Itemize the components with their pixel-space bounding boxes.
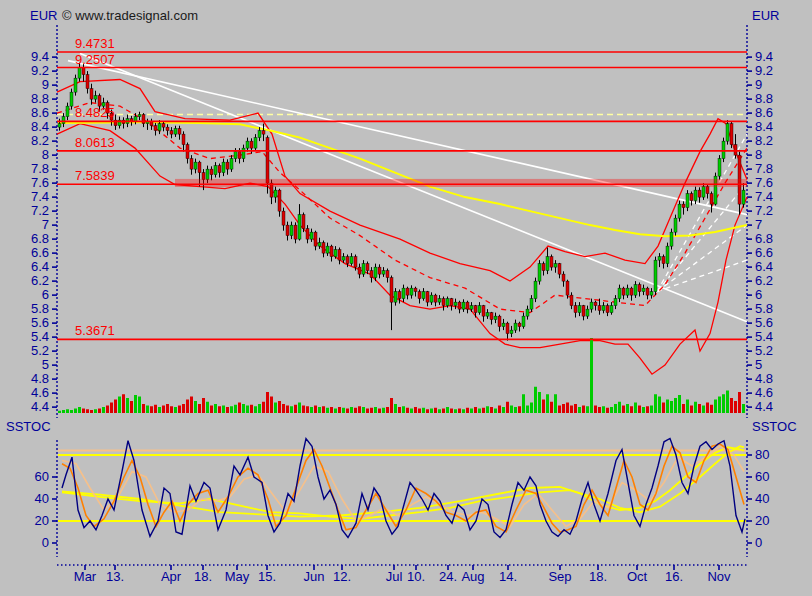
volume-bar: [602, 406, 605, 413]
candle-body: [734, 145, 737, 156]
candle-body: [298, 215, 301, 240]
volume-bar: [522, 394, 525, 413]
candle-body: [650, 292, 653, 296]
x-axis-date-label: 18.: [589, 569, 607, 584]
volume-bar: [158, 407, 161, 413]
price-axis-label-right: 4.4: [755, 399, 773, 414]
volume-bar: [654, 394, 657, 413]
volume-bar: [630, 406, 633, 413]
price-axis-label-right: 6.8: [755, 231, 773, 246]
price-axis-label-left: 6.8: [31, 231, 49, 246]
volume-bar: [214, 404, 217, 413]
candle-body: [338, 250, 341, 261]
candle-body: [362, 264, 365, 275]
candle-body: [470, 306, 473, 310]
level-label: 9.2507: [75, 52, 115, 67]
volume-bar: [186, 400, 189, 414]
volume-bar: [470, 409, 473, 414]
volume-bar: [250, 405, 253, 413]
candle-body: [266, 138, 269, 184]
volume-bar: [138, 397, 141, 414]
volume-bar: [110, 403, 113, 414]
price-axis-label-right: 6.4: [755, 259, 773, 274]
volume-bar: [354, 408, 357, 413]
volume-bar: [618, 402, 621, 413]
volume-bar: [614, 404, 617, 413]
price-axis-label-left: 8.4: [31, 119, 49, 134]
candle-body: [314, 232, 317, 246]
candle-body: [686, 194, 689, 208]
candle-body: [234, 152, 237, 159]
candle-body: [202, 173, 205, 180]
candle-body: [458, 302, 461, 309]
volume-bar: [530, 403, 533, 414]
volume-bar: [514, 407, 517, 413]
indicator-title-left: SSTOC: [6, 420, 51, 433]
candle-body: [742, 190, 745, 204]
candle-body: [414, 288, 417, 292]
volume-bar: [274, 403, 277, 414]
volume-bar: [398, 407, 401, 413]
candle-body: [658, 257, 661, 261]
volume-bar: [466, 408, 469, 413]
candle-body: [526, 309, 529, 316]
candle-body: [294, 225, 297, 239]
candle-body: [538, 264, 541, 282]
candle-body: [610, 306, 613, 313]
price-axis-label-right: 7.4: [755, 189, 773, 204]
volume-bar: [438, 409, 441, 413]
price-axis-label-left: 7.8: [31, 161, 49, 176]
volume-bar: [194, 401, 197, 413]
volume-bar: [170, 406, 173, 413]
candle-body: [694, 190, 697, 201]
level-label: 7.5839: [75, 168, 115, 183]
volume-bar: [70, 410, 73, 413]
candle-body: [382, 271, 385, 275]
x-axis-date-label: 16.: [665, 569, 683, 584]
volume-bar: [62, 410, 65, 413]
volume-bar: [454, 409, 457, 413]
candle-body: [322, 243, 325, 254]
volume-bar: [182, 404, 185, 413]
volume-bar: [386, 407, 389, 413]
candle-body: [654, 260, 657, 292]
volume-bar: [606, 408, 609, 413]
volume-bar: [490, 407, 493, 413]
volume-bar: [442, 409, 445, 414]
volume-bar: [294, 405, 297, 413]
volume-bar: [154, 405, 157, 413]
candle-body: [334, 250, 337, 257]
candle-body: [674, 218, 677, 232]
candle-body: [70, 92, 73, 106]
chart-canvas[interactable]: 9.49.49.29.2998.88.88.68.68.48.48.28.288…: [0, 0, 812, 596]
volume-bar: [658, 397, 661, 414]
white-trend-line: [80, 54, 747, 322]
candle-body: [614, 299, 617, 306]
price-axis-unit-left: EUR: [30, 9, 57, 22]
volume-bar: [478, 409, 481, 414]
volume-bar: [302, 406, 305, 414]
candle-body: [618, 288, 621, 299]
level-label: 9.4731: [75, 36, 115, 51]
volume-bar: [634, 403, 637, 414]
price-axis-label-right: 6.6: [755, 245, 773, 260]
price-axis-label-left: 7.4: [31, 189, 49, 204]
volume-bar: [322, 406, 325, 413]
volume-bar: [690, 406, 693, 414]
trading-chart-window: 9.49.49.29.2998.88.88.68.68.48.48.28.288…: [0, 0, 812, 596]
candle-body: [530, 299, 533, 310]
volume-bar: [402, 406, 405, 413]
candle-body: [358, 267, 361, 274]
volume-bar: [286, 406, 289, 414]
candle-body: [154, 126, 157, 131]
price-axis-label-left: 8.8: [31, 91, 49, 106]
candle-body: [214, 166, 217, 175]
candle-body: [702, 187, 705, 198]
volume-bar: [642, 407, 645, 413]
price-axis-label-right: 9.2: [755, 63, 773, 78]
volume-bar: [538, 392, 541, 413]
volume-bar: [382, 408, 385, 413]
candle-body: [58, 124, 61, 128]
sstoc-fast-blue-line: [62, 439, 745, 538]
volume-bar: [546, 394, 549, 413]
